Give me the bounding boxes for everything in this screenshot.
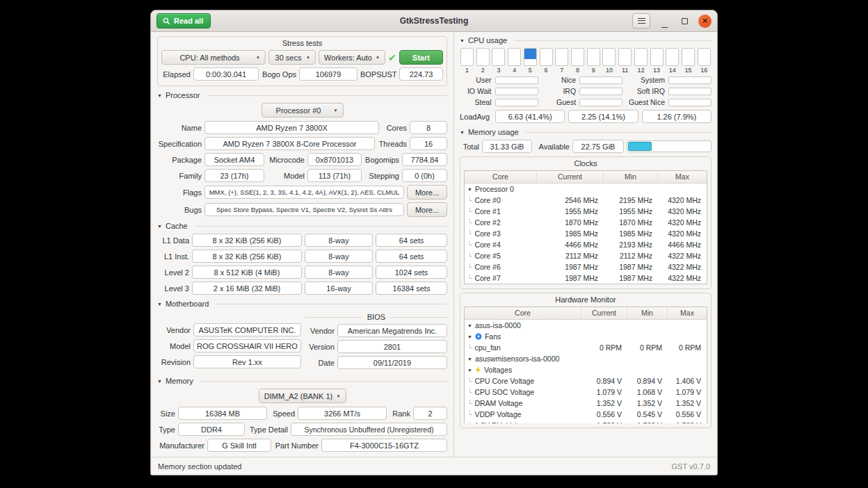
processor-select[interactable]: Processor #0 ▼: [262, 103, 344, 117]
mem-size-label: Size: [157, 409, 175, 418]
clock-core-row[interactable]: └ Core #0 2546 MHz 2195 MHz 4320 MHz: [465, 195, 707, 206]
hwmon-group-row[interactable]: ▼ asus-isa-0000: [465, 320, 707, 331]
titlebar[interactable]: Read all GtkStressTesting ×: [151, 10, 717, 32]
clocks-group-row[interactable]: ▼ Processor 0: [465, 184, 707, 195]
clock-core-row[interactable]: └ Core #2 1870 MHz 1870 MHz 4320 MHz: [465, 217, 707, 228]
cpu-core-meter: 10: [602, 48, 616, 74]
hwmon-header-min[interactable]: Min: [627, 307, 668, 319]
memory-row-type: Type DDR4 Type Detail Synchronous Unbuff…: [157, 423, 447, 436]
memory-usage-expander[interactable]: ▼ Memory usage: [460, 128, 712, 136]
right-pane: ▼ CPU usage 1: [454, 32, 717, 457]
menu-button[interactable]: [632, 13, 650, 29]
cpu-core-meter: 14: [666, 48, 679, 74]
processor-expander[interactable]: ▼ Processor: [157, 91, 447, 99]
hwmon-voltage-row[interactable]: └ CPU SOC Voltage 1.079 V 1.068 V 1.079 …: [465, 387, 707, 398]
cpu-core-number: 4: [513, 67, 516, 74]
clocks-header-min[interactable]: Min: [604, 171, 658, 183]
loadavg-value: 2.25 (14.1%): [568, 110, 638, 123]
voltage-current: 0.894 V: [581, 377, 627, 385]
hwmon-header-current[interactable]: Current: [581, 307, 627, 319]
processor-row-spec: Specification AMD Ryzen 7 3800X 8-Core P…: [157, 137, 447, 150]
clocks-header-core[interactable]: Core: [465, 171, 537, 183]
close-button[interactable]: ×: [698, 15, 712, 28]
hwmon-scroll-area[interactable]: Core Current Min Max ▼ asus-isa-0000: [464, 307, 707, 423]
cores-label: Cores: [382, 124, 407, 132]
mem-type-value: DDR4: [178, 423, 245, 436]
cpu-stat-bar: [579, 99, 622, 106]
memory-usage-row: Total 31.33 GiB Available 22.75 GiB: [460, 140, 712, 153]
cpu-core-number: 5: [529, 67, 532, 74]
package-value: Socket AM4: [204, 153, 264, 166]
clock-core-row[interactable]: └ Core #7 1987 MHz 1987 MHz 4322 MHz: [465, 273, 707, 284]
clock-core-row[interactable]: └ Core #6 1987 MHz 1987 MHz 4322 MHz: [465, 261, 707, 273]
tree-expander-icon: ▼: [467, 357, 472, 361]
hamburger-icon: [638, 18, 645, 24]
cpu-core-number: 7: [560, 67, 563, 74]
hwmon-voltage-row[interactable]: └ VDDP Voltage 0.556 V 0.545 V 0.556 V: [465, 409, 707, 420]
cpu-usage-expander[interactable]: ▼ CPU usage: [460, 36, 712, 44]
hwmon-voltages-row[interactable]: ▼ Voltages: [465, 364, 707, 375]
specification-value: AMD Ryzen 7 3800X 8-Core Processor: [204, 137, 375, 150]
hwmon-fans-row[interactable]: ▼ Fans: [465, 331, 707, 342]
tree-expander-icon: ▼: [467, 368, 472, 373]
mem-total-label: Total: [460, 143, 479, 151]
bugs-more-button[interactable]: More...: [407, 202, 447, 217]
bios-version-value: 2801: [337, 340, 447, 353]
hwmon-voltage-row[interactable]: └ 1.8V PLL Voltage 1.788 V 1.788 V 1.788…: [465, 420, 707, 423]
mb-model-label: Model: [157, 342, 191, 350]
cpu-stat-label: Nice: [545, 76, 577, 84]
cpu-core-meter: 15: [682, 48, 695, 74]
maximize-button[interactable]: [678, 15, 691, 28]
fan-min: 0 RPM: [627, 343, 668, 352]
clock-max: 4322 MHz: [658, 274, 707, 282]
cpu-core-meter: 11: [618, 48, 632, 74]
cache-rows: L1 Data 8 x 32 KiB (256 KiB) 8-way 64 se…: [157, 234, 447, 295]
cache-ways-value: 8-way: [305, 234, 373, 247]
dimm-select[interactable]: DIMM_A2 (BANK 1) ▼: [259, 389, 346, 403]
stress-method-select[interactable]: CPU: All methods ▼: [161, 50, 266, 65]
bogomips-label: Bogomips: [364, 156, 399, 164]
loadavg-row: LoadAvg 6.63 (41.4%) 2.25 (14.1%) 1.26 (…: [460, 110, 712, 123]
clocks-header-max[interactable]: Max: [658, 171, 707, 183]
hwmon-voltage-row[interactable]: └ DRAM Voltage 1.352 V 1.352 V 1.352 V: [465, 398, 707, 409]
clock-core-name: Core #6: [474, 263, 500, 271]
memory-section-title: Memory: [166, 377, 193, 385]
clock-core-row[interactable]: └ Core #3 1985 MHz 1985 MHz 4320 MHz: [465, 228, 707, 239]
chevron-down-icon: ▼: [337, 394, 341, 398]
processor-row-family: Family 23 (17h) Model 113 (71h) Stepping…: [157, 169, 447, 182]
voltage-name: DRAM Voltage: [474, 399, 522, 407]
threads-value: 16: [410, 137, 447, 150]
clock-core-row[interactable]: └ Core #5 2112 MHz 2112 MHz 4322 MHz: [465, 250, 707, 261]
mb-revision-value: Rev 1.xx: [193, 355, 301, 368]
read-all-button[interactable]: Read all: [156, 13, 211, 29]
bios-title: BIOS: [305, 313, 447, 321]
clock-core-row[interactable]: └ Core #1 1955 MHz 1955 MHz 4320 MHz: [465, 206, 707, 217]
hwmon-group2-row[interactable]: ▼ asuswmisensors-isa-0000: [465, 353, 707, 364]
cpu-core-meter-trough: [666, 48, 679, 66]
flags-value: MMX, (+), SSE(1, 2, 3, 3S, 4.1, 4.2, 4A)…: [204, 186, 404, 199]
motherboard-expander[interactable]: ▼ Motherboard: [157, 300, 447, 308]
elapsed-label: Elapsed: [161, 70, 191, 79]
hwmon-header-max[interactable]: Max: [668, 307, 707, 319]
clock-min: 1985 MHz: [604, 229, 658, 238]
clocks-header-current[interactable]: Current: [537, 171, 604, 183]
memory-usage-section-title: Memory usage: [468, 128, 519, 136]
tree-expander-icon: ▼: [467, 187, 472, 192]
start-button[interactable]: Start: [399, 50, 443, 65]
hwmon-fan-row[interactable]: └ cpu_fan 0 RPM 0 RPM 0 RPM: [465, 342, 707, 353]
hwmon-voltage-row[interactable]: └ CPU Core Voltage 0.894 V 0.894 V 1.406…: [465, 375, 707, 387]
stress-workers-select[interactable]: Workers: Auto ▼: [319, 50, 385, 65]
cpu-stat-bar: [579, 88, 622, 95]
stress-duration-select[interactable]: 30 secs ▼: [268, 50, 316, 65]
flags-more-button[interactable]: More...: [407, 185, 447, 200]
cache-row: Level 2 8 x 512 KiB (4 MiB) 8-way 1024 s…: [157, 266, 447, 279]
hwmon-header-core[interactable]: Core: [465, 307, 581, 319]
clock-core-row[interactable]: └ Core #4 4466 MHz 2193 MHz 4466 MHz: [465, 239, 707, 250]
model-value: 113 (71h): [307, 169, 362, 182]
minimize-button[interactable]: [658, 15, 670, 28]
memory-expander[interactable]: ▼ Memory: [157, 377, 447, 385]
cache-expander[interactable]: ▼ Cache: [157, 222, 447, 230]
bogo-ops-value: 106979: [299, 67, 357, 81]
clock-core-name: Core #1: [474, 207, 500, 215]
cpu-core-meter-trough: [650, 48, 664, 66]
